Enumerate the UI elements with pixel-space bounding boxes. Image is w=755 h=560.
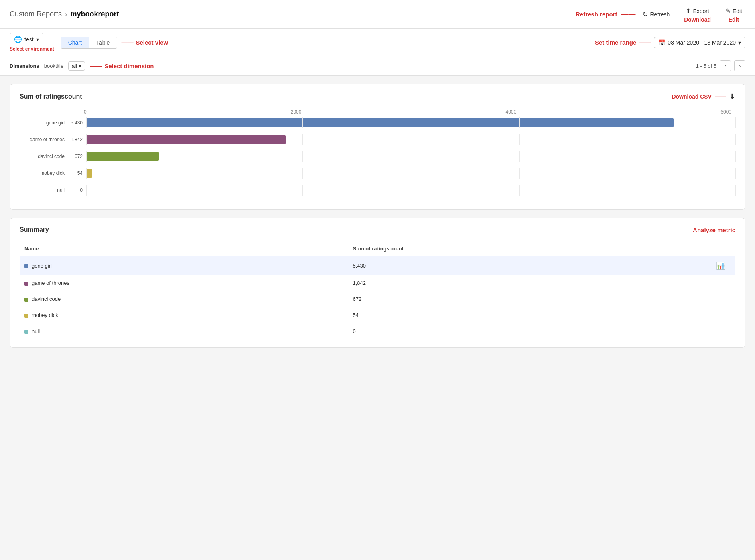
time-range-section: Set time range —— 📅 08 Mar 2020 - 13 Mar…: [595, 37, 745, 48]
color-dot: [24, 314, 28, 318]
analyze-metric-button[interactable]: 📊: [716, 262, 725, 270]
time-range-value: 08 Mar 2020 - 13 Mar 2020: [668, 39, 736, 46]
summary-title: Summary: [20, 226, 693, 233]
bar-label: gone girl: [20, 120, 68, 126]
select-view-annotation: —— Select view: [121, 39, 168, 46]
bar-label: davinci code: [20, 154, 68, 159]
dimension-field-label: booktitle: [44, 63, 63, 69]
env-section: 🌐 test ▾ Select environment: [10, 33, 54, 52]
set-time-range-annotation: Set time range: [595, 39, 636, 46]
export-button[interactable]: ⬆ Export: [682, 6, 712, 16]
refresh-icon: ↻: [643, 10, 648, 18]
color-dot: [24, 330, 28, 334]
bar-container: [86, 168, 735, 179]
bar-fill: [86, 152, 159, 161]
bar-container: [86, 151, 735, 162]
chart-tab[interactable]: Chart: [61, 37, 89, 48]
main-content: Sum of ratingscount Download CSV —— ⬇ 0 …: [0, 76, 755, 356]
refresh-button[interactable]: ↻ Refresh: [639, 9, 673, 20]
bar-value-label: 672: [68, 154, 86, 159]
bar-fill: [86, 118, 674, 127]
table-cell-name: null: [20, 323, 348, 339]
table-row: davinci code672: [20, 291, 735, 307]
download-csv-annotation: Download CSV: [672, 93, 712, 100]
bar-label: game of thrones: [20, 137, 68, 142]
bar-label: null: [20, 187, 68, 193]
annotation-arrow-right: ——: [621, 10, 635, 18]
table-cell-name: davinci code: [20, 291, 348, 307]
time-range-picker[interactable]: 📅 08 Mar 2020 - 13 Mar 2020 ▾: [654, 37, 745, 48]
dimension-dropdown[interactable]: all ▾: [68, 61, 85, 71]
bar-row: mobey dick54: [20, 168, 735, 179]
time-range-dropdown-arrow: ▾: [738, 39, 741, 46]
bar-row: null0: [20, 185, 735, 196]
breadcrumb-parent[interactable]: Custom Reports: [10, 10, 62, 18]
table-tab[interactable]: Table: [89, 37, 117, 48]
download-csv-arrow: ——: [715, 93, 726, 100]
refresh-report-group: Refresh report —— ↻ Refresh: [576, 9, 673, 20]
table-cell-name: game of thrones: [20, 275, 348, 291]
summary-card: Summary Analyze metric Name Sum of ratin…: [10, 218, 745, 348]
axis-label-6000: 6000: [720, 109, 731, 115]
table-row: game of thrones1,842: [20, 275, 735, 291]
table-row: gone girl5,430📊: [20, 256, 735, 275]
export-download-group: ⬆ Export Download: [682, 6, 712, 23]
table-cell-analyze: 📊: [711, 256, 735, 275]
bar-value-label: 0: [68, 187, 86, 193]
chart-card: Sum of ratingscount Download CSV —— ⬇ 0 …: [10, 84, 745, 210]
col-name-header: Name: [20, 241, 348, 256]
breadcrumb-current: mybookreport: [70, 10, 119, 18]
color-dot: [24, 298, 28, 302]
toolbar: 🌐 test ▾ Select environment Chart Table …: [0, 29, 755, 56]
dimensions-bar: Dimensions booktitle all ▾ —— Select dim…: [0, 56, 755, 76]
download-csv-button[interactable]: ⬇: [729, 92, 735, 101]
summary-table: Name Sum of ratingscount gone girl5,430📊…: [20, 241, 735, 339]
refresh-label: Refresh: [650, 11, 670, 18]
bar-row: game of thrones1,842: [20, 134, 735, 145]
dimension-dropdown-value: all: [72, 63, 77, 69]
summary-table-head: Name Sum of ratingscount: [20, 241, 735, 256]
prev-page-button[interactable]: ‹: [720, 60, 731, 71]
table-cell-name: mobey dick: [20, 307, 348, 323]
refresh-report-annotation: Refresh report: [576, 11, 617, 18]
bar-row: gone girl5,430: [20, 117, 735, 128]
export-icon: ⬆: [686, 7, 691, 15]
edit-annotation: Edit: [729, 16, 739, 23]
color-dot: [24, 282, 28, 286]
table-cell-analyze: [711, 275, 735, 291]
view-tabs: Chart Table: [61, 37, 118, 49]
select-dim-arrow: ——: [90, 63, 102, 69]
env-label: test: [24, 36, 34, 43]
breadcrumb: Custom Reports › mybookreport: [10, 10, 576, 18]
bar-container: [86, 134, 735, 145]
table-cell-value: 5,430: [348, 256, 711, 275]
table-cell-value: 672: [348, 291, 711, 307]
table-cell-analyze: [711, 323, 735, 339]
breadcrumb-separator: ›: [65, 11, 67, 18]
select-view-arrow: ——: [121, 39, 133, 46]
table-cell-value: 1,842: [348, 275, 711, 291]
edit-button[interactable]: ✎ Edit: [722, 6, 745, 16]
select-dimension-annotation: —— Select dimension: [90, 63, 154, 69]
summary-table-body: gone girl5,430📊game of thrones1,842davin…: [20, 256, 735, 339]
header-actions: Refresh report —— ↻ Refresh ⬆ Export Dow…: [576, 6, 745, 23]
bar-chart: gone girl5,430game of thrones1,842davinc…: [20, 117, 735, 196]
view-tabs-section: Chart Table —— Select view: [61, 37, 168, 49]
bar-container: [86, 117, 735, 128]
next-page-button[interactable]: ›: [734, 60, 745, 71]
edit-icon: ✎: [725, 7, 731, 15]
bar-container: [86, 185, 735, 196]
bar-fill: [86, 169, 92, 178]
axis-label-4000: 4000: [506, 109, 517, 115]
environment-selector[interactable]: 🌐 test ▾: [10, 33, 43, 45]
bar-value-label: 54: [68, 170, 86, 176]
color-dot: [24, 264, 28, 268]
time-range-arrow: ——: [639, 39, 651, 46]
table-row: mobey dick54: [20, 307, 735, 323]
bar-label: mobey dick: [20, 170, 68, 176]
export-label: Export: [693, 8, 709, 14]
calendar-icon: 📅: [658, 39, 665, 46]
axis-label-spacer: [20, 109, 84, 115]
pagination-text: 1 - 5 of 5: [696, 63, 716, 69]
table-cell-value: 0: [348, 323, 711, 339]
